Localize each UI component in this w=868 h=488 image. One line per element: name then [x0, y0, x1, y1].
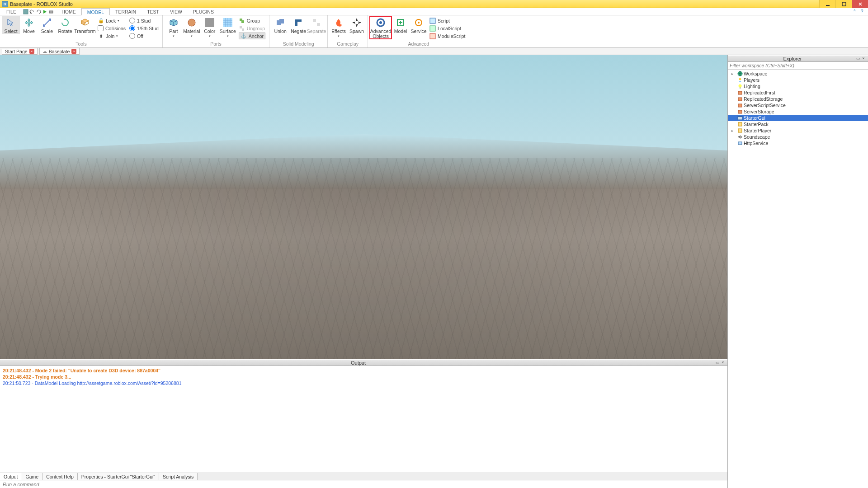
- expand-icon[interactable]: ▸: [731, 129, 736, 133]
- help-icon[interactable]: ?: [861, 9, 866, 14]
- output-header: Output ▭ ×: [0, 359, 727, 366]
- undo-icon[interactable]: [30, 9, 34, 14]
- insert-service-button[interactable]: Service: [410, 16, 428, 34]
- expand-icon[interactable]: ▸: [731, 72, 736, 76]
- tab-terrain[interactable]: TERRAIN: [110, 8, 142, 15]
- svg-rect-29: [738, 91, 742, 94]
- viewport-3d[interactable]: [0, 55, 727, 359]
- localscript-button[interactable]: LocalScript: [429, 25, 465, 32]
- collapse-ribbon-icon[interactable]: ^: [854, 9, 859, 14]
- script-icon: [429, 18, 436, 24]
- tab-test[interactable]: TEST: [142, 8, 165, 15]
- play-icon[interactable]: [42, 9, 47, 14]
- lock-button[interactable]: 🔒Lock ▾: [98, 17, 126, 24]
- ungroup-button[interactable]: Ungroup: [239, 25, 265, 32]
- explorer-item-starterplayer[interactable]: ▸StarterPlayer: [728, 127, 868, 134]
- separate-button[interactable]: Separate: [307, 16, 326, 34]
- explorer-item-serverscriptservice[interactable]: ServerScriptService: [728, 102, 868, 108]
- svg-rect-22: [430, 18, 435, 23]
- redo-icon[interactable]: [36, 9, 41, 14]
- scale-icon: [42, 17, 52, 28]
- save-icon[interactable]: [24, 9, 28, 14]
- close-icon[interactable]: ×: [29, 49, 34, 54]
- svg-rect-3: [49, 11, 53, 13]
- explorer-item-httpservice[interactable]: HttpService: [728, 140, 868, 146]
- advanced-objects-button[interactable]: Advanced Objects: [370, 16, 392, 39]
- doctab-startpage[interactable]: Start Page×: [2, 48, 38, 55]
- explorer-item-startergui[interactable]: StarterGui: [728, 115, 868, 121]
- snap-1stud[interactable]: 1 Stud: [129, 17, 159, 24]
- svg-point-18: [379, 21, 382, 24]
- close-button[interactable]: [852, 0, 868, 8]
- tab-view[interactable]: VIEW: [165, 8, 188, 15]
- bottom-tab[interactable]: Game: [22, 473, 43, 480]
- color-button[interactable]: Color▾: [201, 16, 219, 38]
- maximize-button[interactable]: [835, 0, 852, 8]
- minimize-button[interactable]: [819, 0, 835, 8]
- explorer-item-workspace[interactable]: ▸Workspace: [728, 70, 868, 77]
- tab-home[interactable]: HOME: [56, 8, 81, 15]
- explorer-item-replicatedstorage[interactable]: ReplicatedStorage: [728, 96, 868, 102]
- service-icon: [413, 17, 424, 28]
- tab-plugins[interactable]: PLUGINS: [188, 8, 219, 15]
- modulescript-button[interactable]: ModuleScript: [429, 33, 465, 39]
- negate-icon: [293, 17, 304, 28]
- move-button[interactable]: Move: [20, 16, 38, 34]
- material-button[interactable]: Material▾: [183, 16, 201, 38]
- explorer-item-starterpack[interactable]: StarterPack: [728, 121, 868, 127]
- svg-rect-1: [842, 2, 846, 6]
- bottom-tab[interactable]: Output: [0, 473, 22, 480]
- snap-fifth[interactable]: 1/5th Stud: [129, 25, 159, 32]
- join-button[interactable]: ⬍Join ▾: [98, 33, 126, 39]
- command-input[interactable]: [0, 480, 727, 488]
- effects-button[interactable]: Effects▾: [330, 16, 348, 38]
- close-panel-icon[interactable]: ×: [861, 56, 866, 61]
- rotate-icon: [60, 17, 71, 28]
- collisions-button[interactable]: Collisions: [98, 25, 126, 32]
- explorer-item-replicatedfirst[interactable]: ReplicatedFirst: [728, 89, 868, 96]
- group-label: Tools: [2, 41, 160, 47]
- gear-plus-icon: [375, 17, 386, 28]
- script-button[interactable]: Script: [429, 17, 465, 24]
- negate-button[interactable]: Negate: [289, 16, 307, 34]
- explorer-item-soundscape[interactable]: Soundscape: [728, 134, 868, 140]
- explorer-item-lighting[interactable]: Lighting: [728, 83, 868, 89]
- surface-button[interactable]: Surface▾: [219, 16, 237, 38]
- part-icon[interactable]: [49, 9, 53, 14]
- spawn-button[interactable]: Spawn: [348, 16, 366, 34]
- bottom-tab[interactable]: Script Analysis: [159, 473, 198, 480]
- bottom-tab[interactable]: Properties - StarterGui "StarterGui": [78, 473, 159, 480]
- svg-rect-32: [738, 110, 742, 113]
- close-icon[interactable]: ×: [71, 49, 76, 54]
- select-button[interactable]: Select: [2, 16, 20, 34]
- bottom-tab[interactable]: Context Help: [42, 473, 78, 480]
- svg-rect-34: [738, 116, 742, 117]
- insert-model-button[interactable]: Model: [392, 16, 410, 34]
- output-panel[interactable]: 20:21:48.432 - Mode 2 failed: "Unable to…: [0, 366, 727, 473]
- model-icon: [395, 17, 406, 28]
- command-bar[interactable]: [0, 480, 727, 488]
- rotate-button[interactable]: Rotate: [56, 16, 74, 34]
- svg-rect-16: [317, 23, 320, 26]
- union-button[interactable]: Union: [271, 16, 289, 34]
- part-button[interactable]: Part▾: [165, 16, 183, 38]
- gui-icon: [737, 115, 743, 121]
- close-panel-icon[interactable]: ×: [720, 360, 726, 366]
- anchor-button[interactable]: ⚓Anchor: [239, 33, 265, 39]
- explorer-item-serverstorage[interactable]: ServerStorage: [728, 108, 868, 115]
- file-menu[interactable]: FILE: [2, 9, 21, 14]
- transform-button[interactable]: Transform: [74, 16, 96, 34]
- explorer-filter[interactable]: [728, 62, 868, 69]
- svg-point-4: [188, 19, 195, 26]
- scale-button[interactable]: Scale: [38, 16, 56, 34]
- explorer-item-players[interactable]: Players: [728, 77, 868, 83]
- modulescript-icon: [429, 33, 436, 39]
- group-button[interactable]: Group: [239, 17, 265, 24]
- tab-model[interactable]: MODEL: [81, 8, 110, 15]
- dock-icon[interactable]: ▭: [715, 360, 720, 366]
- doctab-baseplate[interactable]: ☁Baseplate×: [39, 48, 80, 55]
- snap-off[interactable]: Off: [129, 33, 159, 39]
- explorer-tree[interactable]: ▸WorkspacePlayersLightingReplicatedFirst…: [728, 70, 868, 488]
- cloud-icon: ☁: [42, 49, 47, 54]
- dock-icon[interactable]: ▭: [855, 56, 861, 61]
